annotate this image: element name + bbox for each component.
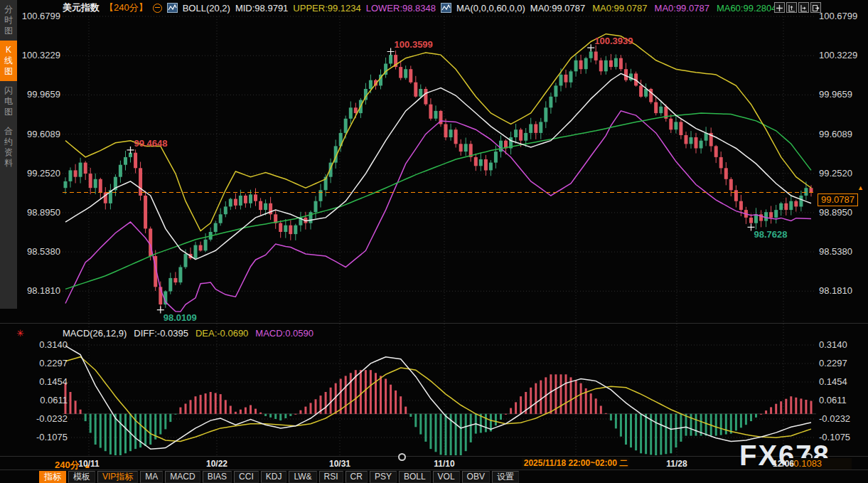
price-axis-label-right: 100.3229	[819, 50, 857, 60]
price-axis-label-left: 98.8950	[18, 207, 60, 218]
price-up-arrow-icon: ▲	[857, 184, 864, 191]
sidebar-tab-char: 图	[4, 107, 13, 117]
price-axis-label-left: 100.6799	[18, 11, 60, 21]
boll-params: BOLL(20,2)	[183, 3, 230, 14]
crosshair-date-label: 2025/11/18 22:00~02:00 二	[522, 458, 630, 469]
toolbar-button-OBV[interactable]: OBV	[462, 471, 490, 483]
toolbar-button-CCI[interactable]: CCI	[234, 471, 259, 483]
ma-value-3: MA60:99.2804	[717, 3, 777, 14]
ma-values-group: MA0:99.0787MA0:99.0787MA0:99.0787MA60:99…	[530, 3, 777, 14]
price-axis-label-right: 99.6089	[819, 129, 852, 139]
boll-indicator-chart-icon[interactable]	[167, 3, 178, 13]
toolbar-button-RSI[interactable]: RSI	[319, 471, 343, 483]
macd-axis-label-left: 0.0611	[25, 395, 68, 405]
macd-axis-label-right: -0.0232	[819, 413, 850, 424]
price-axis-label-right: 99.2520	[819, 168, 852, 179]
price-axis-label-right: 98.8950	[819, 207, 852, 218]
price-axis-label-right: 98.5380	[819, 246, 852, 257]
price-axis-label-left: 99.2520	[18, 168, 60, 179]
macd-axis-label-left: 0.3140	[25, 339, 68, 350]
swing-high-label: 100.3939	[594, 36, 633, 46]
toolbar-button-BOLL[interactable]: BOLL	[399, 471, 431, 483]
price-axis-label-left: 99.6089	[18, 129, 60, 139]
ma-value-1: MA0:99.0787	[592, 3, 647, 14]
price-axis-label-right: 99.9659	[819, 89, 852, 100]
sidebar-tab-char: 线	[4, 55, 13, 66]
sidebar-tab-0[interactable]: 分时图	[0, 0, 17, 41]
price-axis-label-right: 98.1810	[819, 285, 852, 296]
sidebar-tab-char: 合	[4, 126, 13, 137]
x-axis-date: 11/10	[434, 459, 454, 469]
toolbar-button-PSY[interactable]: PSY	[370, 471, 397, 483]
sidebar-tab-char: 闪	[4, 85, 13, 96]
toolbar-button-VIP指标[interactable]: VIP指标	[97, 471, 138, 483]
toolbar-button-MACD[interactable]: MACD	[165, 471, 200, 483]
price-axis-label-right: 100.6799	[819, 11, 857, 21]
sidebar-tab-3[interactable]: 合约资料	[0, 122, 17, 173]
sidebar-tab-char: 时	[4, 15, 13, 26]
period-badge[interactable]: 【240分】	[105, 1, 148, 14]
toolbar-divider	[0, 469, 868, 470]
expand-panel-icon[interactable]	[810, 2, 821, 13]
trading-app-window: 分时图K线图闪电图合约资料 美元指数 【240分】 BOLL(20,2) MID…	[0, 0, 868, 483]
toolbar-button-VOL[interactable]: VOL	[433, 471, 460, 483]
swing-high-label: 99.4648	[134, 138, 168, 149]
x-axis-date: 11/28	[666, 459, 687, 469]
macd-axis-label-left: 0.1454	[25, 376, 68, 387]
macd-latest-value-badge: -0.1083	[786, 458, 852, 469]
swing-high-label: 100.3599	[395, 39, 433, 50]
macd-diff-value: DIFF:-0.0395	[134, 328, 188, 339]
swing-low-label: 98.7628	[754, 229, 787, 240]
macd-params: MACD(26,12,9)	[63, 328, 127, 339]
period-footer-text: 240分	[55, 459, 80, 472]
toolbar-button-CR[interactable]: CR	[345, 471, 368, 483]
ma-value-2: MA0:99.0787	[655, 3, 709, 14]
macd-macd-value: MACD:0.0590	[255, 328, 314, 339]
remove-indicator-icon[interactable]	[153, 4, 162, 13]
toolbar-button-指标[interactable]: 指标	[39, 471, 66, 483]
sidebar-tab-char: 图	[4, 66, 13, 77]
macd-axis-label-right: 0.2297	[819, 358, 847, 368]
sidebar-tab-char: 图	[4, 26, 13, 36]
sidebar-tab-1[interactable]: K线图	[0, 41, 17, 81]
macd-header: MACD(26,12,9) DIFF:-0.0395 DEA:-0.0690 M…	[63, 328, 314, 339]
axis-zoom-vertical-icon[interactable]	[786, 2, 797, 13]
sidebar-tab-2[interactable]: 闪电图	[0, 81, 17, 122]
price-axis-label-left: 98.5380	[18, 246, 60, 257]
macd-axis-label-left: -0.1075	[25, 432, 68, 442]
sidebar-tab-char: 约	[4, 137, 13, 147]
symbol-name: 美元指数	[63, 1, 100, 14]
price-chart-canvas[interactable]	[0, 0, 868, 483]
toolbar-button-LW&[interactable]: LW&	[289, 471, 316, 483]
ma-indicator-chart-icon[interactable]	[441, 3, 451, 13]
price-axis-label-left: 100.3229	[18, 50, 60, 60]
ma-value-0: MA0:99.0787	[530, 3, 585, 14]
boll-upper-value: UPPER:99.1234	[293, 3, 360, 14]
panel-divider	[0, 323, 868, 324]
macd-axis-label-right: 0.1454	[819, 376, 847, 387]
sidebar-tab-char: 分	[4, 4, 13, 15]
sidebar-tab-char: 资	[4, 147, 13, 158]
toolbar-button-设置[interactable]: 设置	[492, 471, 519, 483]
macd-axis-label-right: -0.1075	[819, 432, 850, 442]
x-axis-date: 10/31	[329, 459, 350, 469]
chart-type-sidebar: 分时图K线图闪电图合约资料	[0, 0, 17, 309]
toolbar-button-模板[interactable]: 模板	[68, 471, 95, 483]
crosshair-tool-icon[interactable]	[774, 2, 785, 13]
sidebar-tab-char: 料	[4, 158, 13, 169]
x-axis-date: 10/11	[78, 459, 99, 469]
macd-axis-label-left: -0.0232	[25, 413, 68, 424]
sidebar-tab-char: K	[6, 45, 11, 55]
boll-lower-value: LOWER:98.8348	[366, 3, 436, 14]
swing-low-label: 98.0109	[164, 312, 197, 323]
collapse-handle[interactable]	[398, 453, 406, 461]
axis-zoom-horizontal-icon[interactable]	[798, 2, 809, 13]
price-axis-label-left: 99.9659	[18, 89, 60, 100]
macd-axis-label-right: 0.3140	[819, 339, 847, 350]
macd-alert-icon[interactable]: ✳	[16, 328, 24, 339]
toolbar-button-MA[interactable]: MA	[140, 471, 163, 483]
toolbar-button-KDJ[interactable]: KDJ	[261, 471, 287, 483]
indicator-toolbar: 指标模板VIP指标MAMACDBIASCCIKDJLW&RSICRPSYBOLL…	[39, 471, 519, 483]
ma-params: MA(0,0,0,60,0,0)	[456, 3, 525, 14]
toolbar-button-BIAS[interactable]: BIAS	[203, 471, 232, 483]
